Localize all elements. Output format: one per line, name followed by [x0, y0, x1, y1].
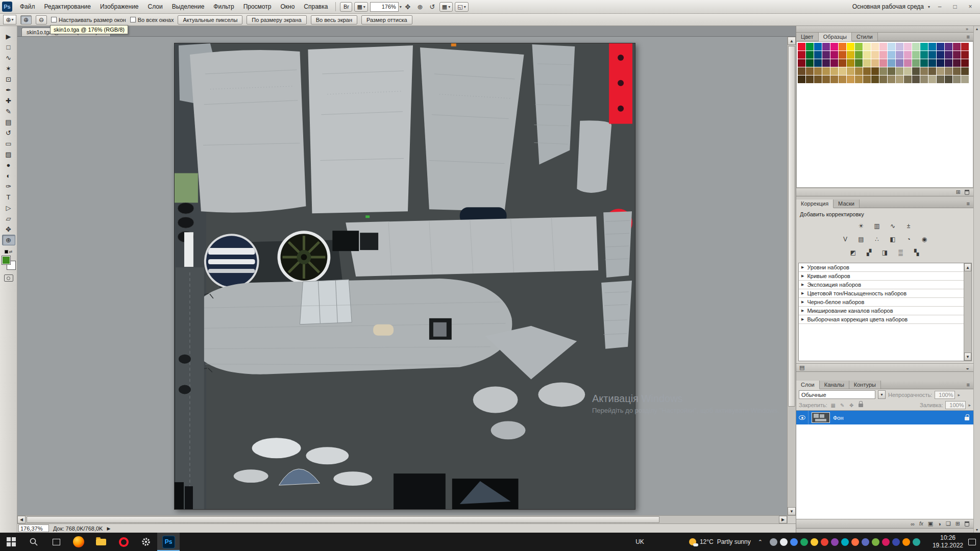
curves-icon[interactable]: ∿: [887, 222, 898, 231]
swatch[interactable]: [806, 76, 814, 83]
swatch[interactable]: [920, 51, 928, 59]
tray-icon-15[interactable]: [913, 538, 920, 546]
scroll-down-icon[interactable]: ▼: [964, 353, 971, 361]
swatch[interactable]: [798, 51, 805, 59]
delete-swatch-icon[interactable]: [965, 190, 969, 195]
scrollbar-track[interactable]: [26, 516, 779, 523]
new-adjustment-layer-icon[interactable]: ◑: [938, 521, 941, 527]
swatch[interactable]: [928, 76, 936, 83]
swatch[interactable]: [806, 43, 814, 51]
lock-position-icon[interactable]: ✥: [848, 402, 855, 409]
start-button[interactable]: [0, 533, 22, 551]
tray-icon-11[interactable]: [872, 538, 879, 546]
scroll-down-icon[interactable]: ▼: [788, 507, 796, 515]
swatch[interactable]: [920, 67, 928, 75]
swatch[interactable]: [863, 51, 871, 59]
workspace-dropdown-icon[interactable]: ▾: [928, 5, 930, 9]
close-window-button[interactable]: ×: [965, 3, 976, 10]
lock-pixels-icon[interactable]: ✎: [839, 402, 846, 409]
channel-mixer-icon[interactable]: ◉: [919, 235, 930, 244]
swatch[interactable]: [953, 59, 961, 67]
quick-selection-tool[interactable]: ✶: [2, 63, 15, 74]
tray-icon-9[interactable]: [851, 538, 859, 546]
gradient-map-icon[interactable]: ▒: [895, 248, 906, 257]
swatch[interactable]: [879, 51, 887, 59]
swatch[interactable]: [798, 43, 805, 51]
swatch[interactable]: [904, 59, 912, 67]
type-tool[interactable]: T: [2, 192, 15, 203]
canvas-horizontal-scrollbar[interactable]: ◀ ▶: [17, 515, 787, 523]
collapse-dock-icon[interactable]: »: [966, 27, 968, 32]
panel-menu-icon[interactable]: ≡: [963, 33, 973, 41]
swatch[interactable]: [896, 59, 903, 67]
new-swatch-icon[interactable]: ⊞: [956, 189, 961, 195]
pen-tool[interactable]: ✑: [2, 181, 15, 192]
swatch[interactable]: [847, 43, 854, 51]
swatch[interactable]: [863, 76, 871, 83]
swatch[interactable]: [961, 43, 969, 51]
history-brush-tool[interactable]: ↺: [2, 128, 15, 138]
blur-tool[interactable]: ●: [2, 160, 15, 170]
swatch[interactable]: [945, 59, 952, 67]
swatch[interactable]: [871, 59, 879, 67]
opacity-input[interactable]: 100%: [935, 391, 955, 399]
swatch[interactable]: [953, 43, 961, 51]
layer-visibility-cell[interactable]: [796, 411, 808, 424]
swatch[interactable]: [822, 51, 830, 59]
scrollbar-thumb[interactable]: [27, 516, 659, 523]
task-view-button[interactable]: [45, 533, 67, 551]
menu-image[interactable]: Изображение: [95, 1, 143, 13]
default-colors-widget[interactable]: ⇄: [5, 249, 13, 254]
print-size-button[interactable]: Размер оттиска: [361, 15, 412, 24]
zoom-tool-icon[interactable]: ⊕: [414, 2, 426, 12]
swatch[interactable]: [839, 43, 846, 51]
new-layer-icon[interactable]: ⊞: [955, 520, 960, 527]
black-white-icon[interactable]: ◧: [887, 235, 898, 244]
swatch[interactable]: [961, 59, 969, 67]
tray-icon-4[interactable]: [800, 538, 808, 546]
scroll-down-icon[interactable]: ▼: [975, 528, 979, 532]
scroll-up-icon[interactable]: ▲: [975, 27, 979, 31]
swatch[interactable]: [912, 43, 920, 51]
launch-bridge-button[interactable]: Br: [340, 2, 352, 12]
swatch[interactable]: [863, 43, 871, 51]
layer-row-background[interactable]: Фон: [796, 411, 973, 424]
swatch[interactable]: [928, 67, 936, 75]
scroll-up-icon[interactable]: ▲: [964, 263, 971, 271]
marquee-tool[interactable]: □: [2, 42, 15, 53]
swatch[interactable]: [928, 43, 936, 51]
layer-style-icon[interactable]: fx: [919, 521, 923, 527]
swatch[interactable]: [896, 43, 903, 51]
fit-screen-button[interactable]: По размеру экрана: [247, 15, 306, 24]
explorer-taskbar-button[interactable]: [90, 533, 112, 551]
swatch[interactable]: [937, 43, 944, 51]
swatch[interactable]: [888, 67, 895, 75]
tab-paths[interactable]: Контуры: [849, 381, 881, 389]
fill-screen-button[interactable]: Во весь экран: [311, 15, 357, 24]
screen-mode-button[interactable]: ◱ ▾: [455, 2, 468, 12]
swatch[interactable]: [822, 59, 830, 67]
swatch[interactable]: [961, 51, 969, 59]
swatch[interactable]: [814, 59, 822, 67]
swatch[interactable]: [814, 51, 822, 59]
swatch[interactable]: [855, 76, 863, 83]
actual-pixels-button[interactable]: Актуальные пикселы: [178, 15, 242, 24]
hand-tool-icon[interactable]: ✥: [402, 2, 414, 12]
posterize-icon[interactable]: ▞: [864, 248, 875, 257]
swatch[interactable]: [798, 59, 805, 67]
workspace-switcher[interactable]: Основная рабочая среда: [852, 3, 924, 10]
swatch[interactable]: [953, 67, 961, 75]
move-tool[interactable]: ▶: [2, 31, 15, 42]
exposure-icon[interactable]: ±: [903, 222, 914, 231]
language-indicator[interactable]: UK: [630, 538, 649, 545]
menu-help[interactable]: Справка: [299, 1, 332, 13]
swatch[interactable]: [920, 59, 928, 67]
switch-panel-view-icon[interactable]: ▤: [799, 364, 804, 371]
zoom-in-mode-button[interactable]: ⊕: [20, 15, 32, 24]
status-zoom-input[interactable]: 176,37%: [18, 524, 49, 532]
menu-file[interactable]: Файл: [15, 1, 40, 13]
brightness-contrast-icon[interactable]: ☀: [855, 222, 867, 231]
new-group-icon[interactable]: ❏: [946, 520, 951, 527]
swatch[interactable]: [904, 67, 912, 75]
swatch[interactable]: [871, 76, 879, 83]
